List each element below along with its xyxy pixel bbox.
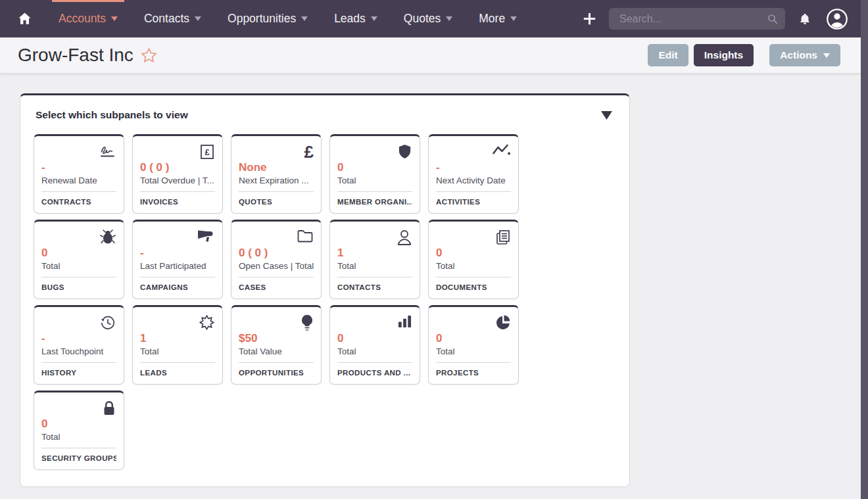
subpanel-card-security-groups[interactable]: 0 Total SECURITY GROUPS (34, 391, 124, 470)
subpanel-card-campaigns[interactable]: - Last Participated CAMPAIGNS (132, 220, 223, 299)
subpanel-card-grid: - Renewal Date CONTRACTS £ 0 ( 0 ) Total… (20, 128, 629, 470)
subpanel-card-documents[interactable]: 0 Total DOCUMENTS (428, 220, 519, 299)
svg-text:£: £ (205, 147, 210, 157)
subpanel-card-member-organizations[interactable]: 0 Total MEMBER ORGANI... (329, 134, 420, 214)
card-title: CONTACTS (337, 277, 412, 298)
panel-header: Select which subpanels to view (20, 95, 629, 128)
record-title-bar: Grow-Fast Inc Edit Insights Actions (0, 37, 868, 74)
chevron-down-icon (446, 16, 452, 21)
subpanel-card-invoices[interactable]: £ 0 ( 0 ) Total Overdue | T... INVOICES (132, 134, 223, 214)
card-label: Renewal Date (41, 176, 116, 185)
subpanel-card-opportunities[interactable]: $50 Total Value OPPORTUNITIES (231, 305, 322, 385)
star-icon[interactable] (140, 47, 158, 64)
nav-item-quotes[interactable]: Quotes (404, 0, 452, 37)
card-value: 0 (337, 161, 412, 174)
nav-item-opportunities[interactable]: Opportunities (228, 0, 308, 37)
card-label: Total (436, 261, 511, 271)
nav-item-label: Contacts (144, 12, 189, 26)
card-title: ACTIVITIES (436, 191, 511, 213)
card-title: DOCUMENTS (436, 277, 511, 298)
top-navbar: Accounts Contacts Opportunities Leads Qu… (0, 0, 868, 37)
subpanel-card-history[interactable]: - Last Touchpoint HISTORY (34, 305, 124, 385)
nav-item-label: Quotes (404, 12, 441, 26)
bar-chart-icon (397, 314, 412, 328)
search-input[interactable] (618, 12, 767, 26)
card-label: Total Value (239, 346, 314, 356)
card-label: Total (41, 432, 116, 442)
subpanel-card-cases[interactable]: 0 ( 0 ) Open Cases | Total CASES (231, 220, 322, 299)
nav-item-label: Accounts (59, 12, 106, 26)
card-value: $50 (239, 332, 314, 345)
chevron-down-icon (111, 16, 118, 21)
subpanel-card-products-and-services[interactable]: 0 Total PRODUCTS AND ... (329, 305, 420, 385)
nav-item-label: Leads (334, 12, 366, 26)
card-label: Next Activity Date (436, 176, 511, 185)
record-actions: Edit Insights Actions (648, 44, 840, 66)
card-value: - (41, 161, 116, 174)
search-icon[interactable] (767, 13, 779, 25)
quick-create-plus-icon[interactable] (582, 11, 597, 26)
card-title: CONTRACTS (41, 191, 116, 213)
card-label: Open Cases | Total (239, 261, 314, 271)
signature-icon (99, 143, 116, 159)
insights-button[interactable]: Insights (694, 44, 754, 66)
subpanel-card-leads[interactable]: 1 Total LEADS (132, 305, 223, 385)
chevron-down-icon (195, 16, 201, 21)
global-search (609, 8, 785, 30)
lightbulb-icon (301, 314, 314, 333)
home-icon[interactable] (17, 11, 32, 26)
subpanel-card-activities[interactable]: - Next Activity Date ACTIVITIES (428, 134, 519, 214)
subpanel-card-bugs[interactable]: 0 Total BUGS (34, 220, 124, 299)
insights-button-label: Insights (704, 50, 743, 60)
card-value: 0 ( 0 ) (140, 161, 215, 174)
actions-button-label: Actions (780, 50, 817, 60)
card-value: 0 (41, 247, 116, 260)
lock-icon (102, 400, 116, 417)
panel-title: Select which subpanels to view (36, 109, 188, 121)
nav-item-accounts[interactable]: Accounts (59, 0, 118, 37)
card-value: 1 (140, 332, 215, 345)
card-title: CAMPAIGNS (140, 277, 215, 298)
history-clock-icon (99, 314, 116, 331)
card-value: - (436, 161, 511, 174)
card-label: Total (337, 261, 412, 271)
nav-item-more[interactable]: More (479, 0, 517, 37)
triangle-down-icon[interactable] (601, 111, 612, 120)
card-label: Last Participated (140, 261, 215, 271)
card-label: Total (337, 346, 412, 356)
edit-button-label: Edit (658, 50, 677, 60)
nav-item-leads[interactable]: Leads (334, 0, 377, 37)
chevron-down-icon (301, 16, 308, 21)
user-avatar-icon[interactable] (826, 8, 848, 30)
card-value: 0 (436, 332, 511, 345)
chevron-down-icon (823, 53, 830, 58)
pie-chart-icon (495, 314, 511, 330)
card-title: LEADS (140, 362, 215, 384)
page-title: Grow-Fast Inc (18, 45, 133, 66)
chevron-down-icon (371, 16, 377, 21)
nav-item-contacts[interactable]: Contacts (144, 0, 201, 37)
card-title: QUOTES (239, 191, 314, 213)
card-value: 0 (41, 417, 116, 431)
card-label: Total (41, 261, 116, 271)
actions-button[interactable]: Actions (769, 44, 840, 66)
card-value: - (41, 332, 116, 345)
bell-icon[interactable] (798, 12, 811, 26)
nav-item-label: Opportunities (228, 12, 296, 26)
subpanel-card-contracts[interactable]: - Renewal Date CONTRACTS (34, 134, 124, 214)
subpanel-card-contacts[interactable]: 1 Total CONTACTS (329, 220, 420, 299)
vertical-scrollbar[interactable] (861, 0, 868, 499)
person-icon (397, 229, 412, 246)
card-title: MEMBER ORGANI... (337, 191, 412, 213)
card-title: INVOICES (140, 191, 215, 213)
card-value: 1 (337, 247, 412, 260)
card-title: PRODUCTS AND ... (337, 362, 412, 384)
card-title: PROJECTS (436, 362, 511, 384)
edit-button[interactable]: Edit (648, 44, 688, 66)
subpanel-card-quotes[interactable]: £ None Next Expiration ... QUOTES (231, 134, 322, 214)
burst-star-icon (199, 314, 215, 331)
card-value: 0 (436, 247, 511, 260)
card-label: Last Touchpoint (41, 346, 116, 356)
card-title: CASES (239, 277, 314, 298)
subpanel-card-projects[interactable]: 0 Total PROJECTS (428, 305, 519, 385)
